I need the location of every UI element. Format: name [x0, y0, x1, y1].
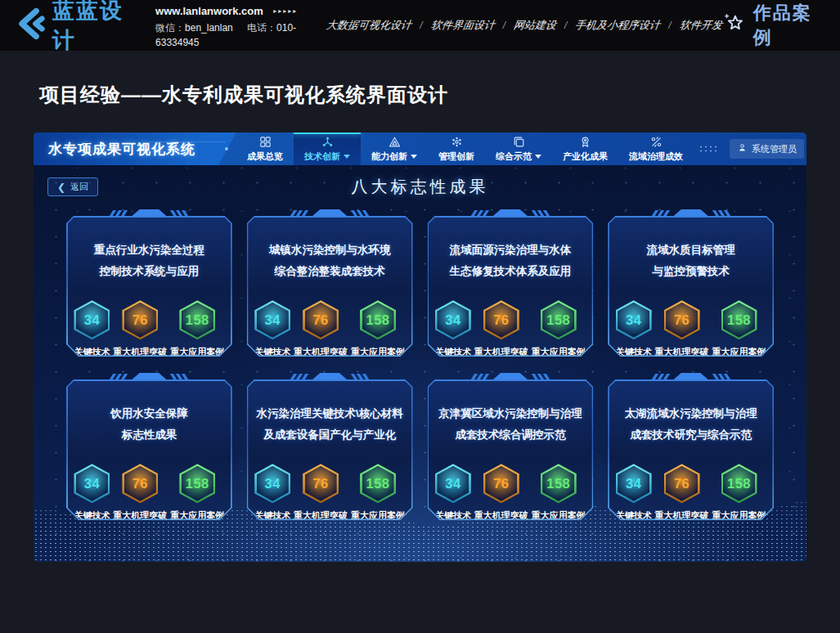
nav-item[interactable]: 综合示范	[485, 132, 552, 165]
badge-hexagon-icon: 158	[721, 464, 757, 503]
card-inner: 流域水质目标管理 与监控预警技术 34 关键技术 76 重大机理突破 158 重…	[609, 218, 773, 356]
stat-badge: 34 关键技术	[435, 300, 471, 358]
achievement-card[interactable]: 城镇水污染控制与水环境 综合整治整装成套技术 34 关键技术 76 重大机理突破…	[247, 216, 413, 357]
star-icon	[722, 11, 747, 39]
badge-hexagon-icon: 76	[664, 300, 700, 339]
card-top-decoration	[654, 373, 729, 379]
badge-hexagon-icon: 34	[254, 300, 290, 339]
card-title-line2: 与监控预警技术	[609, 261, 773, 282]
menu-separator: /	[420, 20, 422, 31]
website-link[interactable]: www.lanlanwork.com	[155, 5, 263, 17]
nav-item-label: 能力创新	[371, 150, 407, 163]
nav-item[interactable]: 产业化成果	[552, 132, 618, 165]
badge-value: 34	[265, 312, 281, 328]
nav-item[interactable]: 能力创新	[361, 132, 428, 165]
badge-value: 76	[312, 476, 328, 492]
nav-item[interactable]: 流域治理成效	[618, 132, 694, 165]
achievement-card[interactable]: 重点行业水污染全过程 控制技术系统与应用 34 关键技术 76 重大机理突破 1…	[66, 216, 232, 357]
header-menu-item[interactable]: 网站建设	[513, 18, 558, 33]
back-label: 返回	[70, 181, 88, 193]
achievement-card[interactable]: 京津冀区域水污染控制与治理 成套技术综合调控示范 34 关键技术 76 重大机理…	[428, 379, 594, 520]
stat-badge: 34 关键技术	[74, 464, 110, 522]
lanlan-logo-icon	[11, 7, 47, 43]
medal-icon	[578, 135, 592, 149]
dots-decoration	[699, 145, 720, 153]
badge-hexagon-icon: 76	[303, 464, 339, 503]
badge-hexagon-icon: 34	[616, 464, 652, 503]
stat-badge: 76 重大机理突破	[113, 464, 167, 522]
badge-hexagon-icon: 34	[616, 300, 652, 339]
header-menu-item[interactable]: 手机及小程序设计	[574, 18, 662, 33]
stat-badge: 158 重大应用案例	[532, 300, 586, 358]
card-title-line2: 成套技术综合调控示范	[429, 424, 592, 446]
stat-badge: 158 重大应用案例	[170, 464, 224, 522]
portfolio-button[interactable]: 作品案例	[722, 1, 824, 50]
stat-badge: 76 重大机理突破	[474, 300, 528, 358]
badge-hexagon-icon: 76	[122, 300, 158, 339]
dropdown-caret-icon	[411, 155, 417, 159]
badge-value: 158	[546, 312, 570, 328]
badge-value: 76	[674, 312, 690, 328]
header-menu-item[interactable]: 软件开发	[678, 18, 723, 33]
achievement-card[interactable]: 流域面源污染治理与水体 生态修复技术体系及应用 34 关键技术 76 重大机理突…	[428, 216, 594, 357]
nav-item-label: 综合示范	[496, 150, 532, 163]
stat-badge: 34 关键技术	[74, 300, 110, 358]
grid-icon	[258, 135, 272, 149]
badge-value: 34	[626, 476, 641, 492]
badge-value: 76	[493, 476, 509, 492]
card-title: 重点行业水污染全过程 控制技术系统与应用	[68, 240, 231, 283]
achievement-card[interactable]: 太湖流域水污染控制与治理 成套技术研究与综合示范 34 关键技术 76 重大机理…	[608, 379, 774, 520]
card-top-decoration	[654, 209, 729, 216]
card-top-decoration	[292, 373, 367, 379]
achievement-card[interactable]: 饮用水安全保障 标志性成果 34 关键技术 76 重大机理突破 158 重大应用…	[66, 379, 232, 520]
badge-hexagon-icon: 34	[435, 464, 471, 503]
triangle-icon	[388, 135, 402, 149]
badge-value: 34	[445, 312, 460, 328]
achievement-card[interactable]: 水污染治理关键技术\核心材料 及成套设备国产化与产业化 34 关键技术 76 重…	[247, 379, 413, 520]
site-logo[interactable]: 蓝蓝设计	[11, 0, 137, 55]
logo-text: 蓝蓝设计	[52, 0, 137, 55]
card-title: 京津冀区域水污染控制与治理 成套技术综合调控示范	[429, 403, 592, 447]
nav-right: 系统管理员	[694, 132, 806, 165]
badge-value: 158	[546, 476, 570, 492]
badge-hexagon-icon: 158	[179, 300, 215, 339]
badge-value: 158	[186, 312, 209, 328]
badge-hexagon-icon: 76	[483, 464, 519, 503]
nav-item[interactable]: 管理创新	[428, 132, 485, 165]
phone-label: 电话：	[247, 22, 276, 34]
flower-icon	[450, 135, 464, 149]
header-menu: 大数据可视化设计/软件界面设计/网站建设/手机及小程序设计/软件开发	[326, 18, 721, 33]
achievement-card[interactable]: 流域水质目标管理 与监控预警技术 34 关键技术 76 重大机理突破 158 重…	[608, 216, 774, 357]
badges-row: 34 关键技术 76 重大机理突破 158 重大应用案例	[68, 464, 231, 522]
header-menu-item[interactable]: 大数据可视化设计	[326, 18, 413, 33]
cards-grid: 重点行业水污染全过程 控制技术系统与应用 34 关键技术 76 重大机理突破 1…	[66, 216, 774, 520]
card-inner: 太湖流域水污染控制与治理 成套技术研究与综合示范 34 关键技术 76 重大机理…	[609, 381, 773, 519]
nav-item-label: 成果总览	[247, 150, 283, 163]
badge-value: 76	[133, 312, 148, 328]
badge-value: 76	[493, 312, 509, 328]
nav-item-label: 产业化成果	[563, 150, 608, 163]
card-top-decoration	[111, 209, 186, 216]
card-inner: 京津冀区域水污染控制与治理 成套技术综合调控示范 34 关键技术 76 重大机理…	[429, 381, 592, 519]
wechat-value: ben_lanlan	[185, 22, 233, 34]
menu-separator: /	[564, 20, 567, 31]
admin-button[interactable]: 系统管理员	[730, 139, 804, 159]
badges-row: 34 关键技术 76 重大机理突破 158 重大应用案例	[248, 464, 411, 522]
badge-hexagon-icon: 158	[179, 464, 215, 503]
badges-row: 34 关键技术 76 重大机理突破 158 重大应用案例	[429, 300, 592, 358]
back-button[interactable]: ❮ 返回	[47, 177, 98, 196]
stat-badge: 158 重大应用案例	[532, 464, 586, 522]
badge-value: 158	[727, 312, 751, 328]
badge-value: 76	[674, 476, 690, 492]
card-title: 流域面源污染治理与水体 生态修复技术体系及应用	[429, 240, 592, 283]
card-title: 流域水质目标管理 与监控预警技术	[609, 240, 773, 283]
card-inner: 水污染治理关键技术\核心材料 及成套设备国产化与产业化 34 关键技术 76 重…	[248, 381, 411, 519]
dashboard-navbar: 水专项成果可视化系统 成果总览 技术创新 能力创新 管理创新	[34, 132, 806, 165]
nav-item[interactable]: 技术创新	[294, 132, 361, 165]
chevron-left-icon: ❮	[57, 182, 65, 192]
card-title: 水污染治理关键技术\核心材料 及成套设备国产化与产业化	[248, 403, 411, 447]
nav-item[interactable]: 成果总览	[236, 132, 294, 165]
contact-block: www.lanlanwork.com ▸▸▸▸▸ 微信：ben_lanlan 电…	[155, 1, 326, 50]
header-menu-item[interactable]: 软件界面设计	[429, 18, 496, 33]
portfolio-label: 作品案例	[753, 1, 824, 50]
